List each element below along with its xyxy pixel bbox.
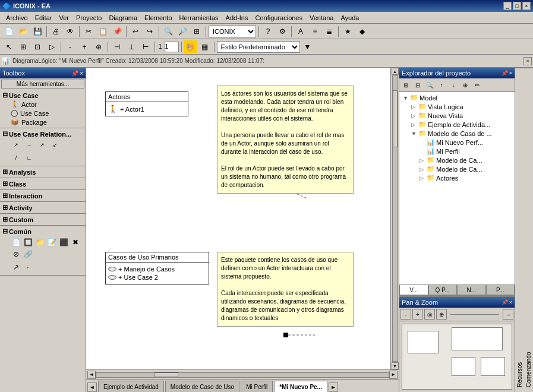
rel-tool3[interactable]: ↗ (37, 140, 48, 150)
help-btn[interactable]: ? (261, 25, 275, 38)
exp-tab-v[interactable]: V... (399, 284, 428, 295)
exp-tab-p[interactable]: P... (486, 284, 515, 295)
pz-pin[interactable]: 📌 (502, 299, 508, 305)
scroll-track-v[interactable] (392, 75, 398, 362)
package-item[interactable]: 📦 Package (1, 118, 84, 127)
comun-header[interactable]: ⊟ Común (1, 227, 84, 236)
rel-tool2[interactable]: → (24, 140, 34, 150)
more-tools-btn[interactable]: Más herramientas... (1, 80, 84, 88)
zoom-fit2[interactable]: ⊕ (92, 40, 105, 53)
pz-zoom-in[interactable]: + (412, 309, 423, 320)
exp-tb6[interactable]: ⊕ (460, 80, 471, 90)
uc-relation-header[interactable]: ⊟ Use Case Relation... (1, 129, 84, 138)
comun-tool6[interactable]: ✖ (70, 237, 81, 248)
tab-arrow-right[interactable]: ► (329, 382, 338, 392)
tree-node-9[interactable]: ▷📁Actores (400, 173, 513, 182)
tree-expand-3[interactable]: ▷ (411, 122, 418, 128)
zoom-level-inc[interactable]: + (78, 40, 91, 53)
side-tab-comenzando[interactable]: Comenzando (524, 68, 533, 392)
analysis-header[interactable]: ⊞ Analysis (1, 167, 84, 176)
scroll-right-btn[interactable]: ► (389, 371, 398, 379)
exp-tb5[interactable]: ↓ (448, 80, 459, 90)
close-btn[interactable]: × (522, 2, 531, 10)
scroll-thumb-h[interactable] (154, 372, 178, 377)
side-tab-recursos[interactable]: Recursos (515, 68, 524, 392)
rel-tool5[interactable]: / (11, 153, 21, 163)
iconix-combo[interactable]: ICONIX (209, 26, 256, 37)
tree-node-2[interactable]: ▷📁Nueva Vista (400, 111, 513, 120)
zoom-fit-btn[interactable]: ⊞ (190, 25, 203, 38)
menu-proyecto[interactable]: Proyecto (72, 13, 105, 23)
tree-node-1[interactable]: ▷📁Vista Logica (400, 102, 513, 111)
tree-expand-7[interactable]: ▷ (420, 157, 427, 163)
exp-tb7[interactable]: ✏ (472, 80, 482, 90)
pz-arrow[interactable]: → (503, 309, 513, 320)
format-btn1[interactable]: A (294, 25, 307, 38)
exp-tb3[interactable]: 🔍 (424, 80, 435, 90)
exp-tab-q[interactable]: Q P... (428, 284, 458, 295)
class-header[interactable]: ⊞ Class (1, 179, 84, 188)
menu-elemento[interactable]: Elemento (141, 13, 175, 23)
save-btn[interactable]: 💾 (31, 25, 44, 38)
rel-tool6[interactable]: ∟ (24, 153, 34, 163)
comun-tool10[interactable]: ∙ (23, 262, 33, 273)
dtab-0[interactable]: Ejemplo de Actividad (98, 381, 164, 392)
scroll-track-h[interactable] (96, 372, 389, 378)
undo-btn[interactable]: ↩ (129, 25, 142, 38)
interaction-header[interactable]: ⊞ Interaction (1, 191, 84, 200)
menu-editar[interactable]: Editar (31, 13, 56, 23)
print-btn[interactable]: 🖨 (49, 25, 62, 38)
dtab-2[interactable]: Mi Perfil (241, 381, 273, 392)
menu-archivo[interactable]: Archivo (2, 13, 31, 23)
open-btn[interactable]: 📂 (17, 25, 30, 38)
align-btn1[interactable]: ⊣ (111, 40, 124, 53)
tree-node-8[interactable]: ▷📁Modelo de Ca... (400, 165, 513, 173)
draw-btn4[interactable]: ▷ (45, 40, 58, 53)
tree-node-4[interactable]: ▼📁Modelo de Caso de ... (400, 129, 513, 138)
note1-box[interactable]: Los actores son los usuarios del sistema… (217, 86, 354, 194)
menu-ayuda[interactable]: Ayuda (337, 13, 362, 23)
format-btn2[interactable]: ≡ (308, 25, 321, 38)
tree-node-3[interactable]: ▷📁Ejemplo de Activida... (400, 120, 513, 129)
comun-tool3[interactable]: 📁 (34, 237, 45, 248)
new-btn[interactable]: 📄 (2, 25, 15, 38)
style-apply[interactable]: ▼ (301, 40, 314, 53)
extra-btn1[interactable]: ★ (341, 25, 354, 38)
pan-zoom-canvas[interactable] (402, 324, 512, 390)
zoom-in-btn[interactable]: 🔍 (162, 25, 175, 38)
pz-zoom-fit[interactable]: ◎ (424, 309, 435, 320)
tree-expand-8[interactable]: ▷ (420, 166, 427, 172)
menu-herramientas[interactable]: Herramientas (176, 13, 222, 23)
tree-node-5[interactable]: 📊Mi Nuevo Perf... (400, 138, 513, 147)
drawing-canvas[interactable]: Actores 🚶 + Actor1 Los actores son los u… (86, 68, 399, 369)
exp-tab-n[interactable]: N... (457, 284, 486, 295)
pz-zoom-all[interactable]: ⊕ (436, 309, 447, 320)
scroll-up-btn[interactable]: ▲ (392, 68, 399, 75)
rel-tool1[interactable]: ↗ (11, 140, 21, 150)
dtab-3[interactable]: *Mi Nuevo Pe... (274, 381, 327, 392)
tab-arrow-left[interactable]: ◄ (87, 382, 97, 392)
copy-btn[interactable]: 📋 (96, 25, 109, 38)
draw-btn2[interactable]: ⊞ (17, 40, 30, 53)
comun-tool7[interactable]: ⊘ (11, 249, 21, 260)
page-num-input[interactable] (165, 42, 179, 52)
exp-tb4[interactable]: ↑ (436, 80, 447, 90)
pz-close[interactable]: × (509, 299, 512, 305)
hscrollbar[interactable]: ◄ ► (86, 369, 399, 379)
exp-tb2[interactable]: ⊟ (412, 80, 423, 90)
menu-ver[interactable]: Ver (55, 13, 72, 23)
use-case-header[interactable]: ⊟ Use Case (1, 91, 84, 100)
zoom-out-btn[interactable]: 🔎 (176, 25, 189, 38)
tree-node-0[interactable]: ▼📁Model (400, 93, 513, 102)
draw-btn1[interactable]: ↖ (2, 40, 15, 53)
actors-box[interactable]: Actores 🚶 + Actor1 (105, 91, 188, 116)
pz-zoom-out[interactable]: - (400, 309, 411, 320)
toolbox-close[interactable]: × (80, 70, 83, 77)
toolbox-controls[interactable]: 📌 × (71, 70, 83, 77)
toolbox-pin[interactable]: 📌 (71, 70, 78, 77)
explorer-close[interactable]: × (509, 70, 512, 76)
comun-tool2[interactable]: 🔲 (23, 237, 33, 248)
activity-header[interactable]: ⊞ Activity (1, 203, 84, 212)
usecases-box[interactable]: Casos de Uso Primarios + Manejo de Casos… (105, 252, 209, 284)
comun-tool4[interactable]: 📝 (46, 237, 57, 248)
